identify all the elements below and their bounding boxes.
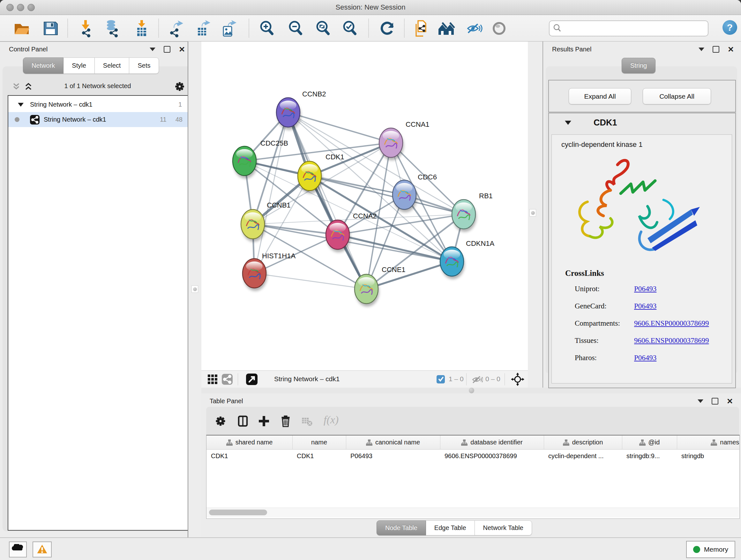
- column-header-namespace[interactable]: namespace: [677, 435, 740, 449]
- splitter-grip[interactable]: [192, 286, 198, 293]
- open-session-icon[interactable]: [13, 19, 30, 37]
- zoom-out-icon[interactable]: [286, 19, 305, 37]
- tab-network[interactable]: Network: [23, 57, 64, 74]
- import-network-file-icon[interactable]: [77, 19, 94, 37]
- zoom-selected-icon[interactable]: [341, 19, 359, 37]
- table-options-gear-icon[interactable]: [213, 414, 228, 428]
- expand-all-button[interactable]: Expand All: [569, 88, 631, 105]
- show-columns-icon[interactable]: [235, 414, 250, 428]
- home-legacy-ui-icon[interactable]: [437, 19, 455, 37]
- network-options-gear-icon[interactable]: [174, 80, 186, 92]
- results-panel-maximize-icon[interactable]: [713, 46, 719, 53]
- zoom-fit-icon[interactable]: [314, 19, 332, 37]
- grid-layout-icon[interactable]: [206, 373, 219, 385]
- string-view-icon[interactable]: [221, 373, 233, 385]
- tab-style[interactable]: Style: [64, 57, 94, 74]
- delete-table-icon[interactable]: [300, 414, 313, 428]
- save-session-icon[interactable]: [42, 19, 59, 37]
- cell-database-identifier[interactable]: 9606.ENSP00000378699: [440, 449, 544, 463]
- node-cdkn1a[interactable]: CDKN1A: [440, 240, 495, 279]
- column-header-canonical-name[interactable]: canonical name: [346, 435, 441, 449]
- column-header-name[interactable]: name: [292, 435, 346, 449]
- column-header--id[interactable]: @id: [622, 435, 677, 449]
- node-label-rb1: RB1: [479, 192, 493, 200]
- crosslink-link-genecard-[interactable]: P06493: [634, 302, 657, 310]
- table-panel-float-icon[interactable]: [697, 399, 703, 403]
- network-collection-row[interactable]: String Network – cdk1 1: [8, 97, 188, 112]
- results-panel-splitter[interactable]: [528, 42, 542, 388]
- export-image-icon[interactable]: [219, 19, 238, 37]
- edge-ccnb2-hist1h1a[interactable]: [254, 112, 288, 273]
- network-canvas[interactable]: CCNB2CCNA1CDC25BCDK1CDC6RB1CCNB1CCNA2CDK…: [201, 42, 528, 370]
- tab-sets[interactable]: Sets: [129, 57, 159, 74]
- selected-checkbox-icon[interactable]: [436, 375, 445, 384]
- node-ccnb1[interactable]: CCNB1: [241, 201, 291, 242]
- export-table-icon[interactable]: [195, 19, 212, 37]
- crosslink-link-compartments-[interactable]: 9606.ENSP00000378699: [634, 319, 709, 327]
- control-panel-maximize-icon[interactable]: [164, 46, 171, 53]
- cell-description[interactable]: cyclin-dependent ...: [544, 449, 622, 463]
- hidden-elements-icon[interactable]: [470, 374, 483, 385]
- splitter-knob[interactable]: [469, 388, 474, 393]
- create-column-icon[interactable]: [257, 414, 271, 428]
- crosslink-link-uniprot-[interactable]: P06493: [634, 285, 657, 293]
- node-hist1h1a[interactable]: HIST1H1A: [243, 252, 295, 291]
- show-graphics-details-icon[interactable]: [490, 19, 508, 37]
- edge-ccne1-hist1h1a[interactable]: [254, 273, 366, 289]
- cloud-button[interactable]: [9, 542, 27, 557]
- node-ccne1[interactable]: CCNE1: [354, 266, 406, 307]
- table-panel-maximize-icon[interactable]: [712, 398, 718, 405]
- warnings-button[interactable]: [32, 542, 52, 557]
- zoom-in-icon[interactable]: [258, 19, 276, 37]
- splitter-grip[interactable]: [529, 209, 536, 216]
- edge-ccnb2-ccne1[interactable]: [288, 112, 366, 289]
- gene-expander-icon[interactable]: [565, 121, 571, 125]
- search-input[interactable]: [563, 22, 705, 35]
- delete-column-icon[interactable]: [278, 414, 293, 428]
- cell-shared-name[interactable]: CDK1: [206, 449, 292, 463]
- tab-node-table[interactable]: Node Table: [377, 520, 426, 536]
- import-network-database-icon[interactable]: [103, 19, 121, 37]
- results-panel-float-icon[interactable]: [698, 48, 704, 51]
- refresh-icon[interactable]: [379, 19, 396, 37]
- collection-expander-icon[interactable]: [18, 103, 23, 107]
- tab-edge-table[interactable]: Edge Table: [426, 520, 475, 536]
- scrollbar-thumb[interactable]: [209, 509, 267, 515]
- export-network-icon[interactable]: [168, 19, 186, 37]
- clone-network-icon[interactable]: [412, 19, 430, 37]
- tab-network-table[interactable]: Network Table: [475, 520, 532, 536]
- results-panel-close-icon[interactable]: ✕: [728, 47, 734, 52]
- cell--id[interactable]: stringdb:9...: [622, 449, 677, 463]
- cell-name[interactable]: CDK1: [292, 449, 346, 463]
- node-rb1[interactable]: RB1: [452, 192, 493, 232]
- tab-select[interactable]: Select: [95, 57, 130, 74]
- crosslink-link-pharos-[interactable]: P06493: [634, 354, 657, 362]
- control-panel-splitter[interactable]: [188, 42, 202, 537]
- detach-view-icon[interactable]: [246, 373, 258, 386]
- table-horizontal-scrollbar[interactable]: [206, 508, 739, 517]
- cell-canonical-name[interactable]: P06493: [346, 449, 440, 463]
- column-header-description[interactable]: description: [544, 435, 622, 449]
- table-panel-splitter[interactable]: [201, 388, 741, 393]
- node-ccna1[interactable]: CCNA1: [379, 120, 429, 160]
- edge-ccnb1-ccna2[interactable]: [253, 224, 338, 235]
- crosslink-link-tissues-[interactable]: 9606.ENSP00000378699: [634, 336, 709, 345]
- edge-ccne1-cdkn1a[interactable]: [366, 261, 452, 289]
- column-header-shared-name[interactable]: shared name: [206, 435, 293, 449]
- tab-string[interactable]: String: [622, 58, 656, 73]
- table-panel-close-icon[interactable]: ✕: [727, 398, 733, 404]
- cell-namespace[interactable]: stringdb: [677, 449, 740, 463]
- edge-ccnb2-ccna1[interactable]: [288, 112, 391, 143]
- hide-graphics-details-icon[interactable]: [465, 19, 483, 37]
- import-table-icon[interactable]: [133, 19, 151, 37]
- function-builder-icon[interactable]: f(x): [324, 414, 339, 426]
- gene-section-header[interactable]: CDK1: [549, 113, 735, 132]
- network-row-selected[interactable]: String Network – cdk1 11 48: [8, 112, 188, 127]
- help-button[interactable]: ?: [723, 20, 737, 35]
- collapse-all-button[interactable]: Collapse All: [643, 88, 711, 105]
- memory-button[interactable]: Memory: [686, 541, 735, 558]
- control-panel-close-icon[interactable]: ✕: [179, 47, 185, 52]
- control-panel-float-icon[interactable]: [150, 48, 155, 51]
- column-header-database-identifier[interactable]: database identifier: [440, 435, 544, 449]
- fit-content-crosshair-icon[interactable]: [510, 372, 525, 387]
